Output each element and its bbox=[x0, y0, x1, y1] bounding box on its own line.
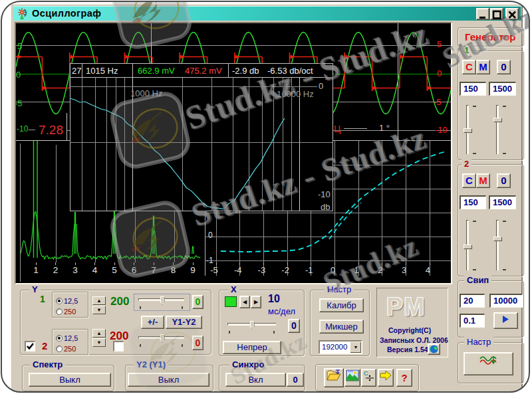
svg-text:4: 4 bbox=[92, 265, 98, 275]
svg-text:-5: -5 bbox=[210, 265, 218, 275]
svg-text:0: 0 bbox=[208, 231, 213, 240]
svg-text:-10: -10 bbox=[17, 124, 29, 134]
svg-text:475.2 mV: 475.2 mV bbox=[185, 66, 222, 76]
svg-text:-1: -1 bbox=[305, 265, 313, 275]
svg-text:3: 3 bbox=[72, 265, 78, 275]
svg-text:1015 Hz: 1015 Hz bbox=[86, 66, 118, 76]
svg-text:9: 9 bbox=[190, 265, 196, 275]
svg-text:0: 0 bbox=[16, 70, 21, 80]
svg-text:5: 5 bbox=[17, 41, 22, 51]
svg-text:-5: -5 bbox=[16, 98, 23, 108]
svg-text:0: 0 bbox=[437, 68, 442, 78]
svg-text:db: db bbox=[321, 202, 330, 212]
svg-text:-1: -1 bbox=[206, 256, 213, 265]
svg-text:-10: -10 bbox=[435, 125, 448, 135]
svg-text:-4: -4 bbox=[234, 265, 242, 275]
svg-text:662.9 mV: 662.9 mV bbox=[138, 66, 175, 76]
svg-text:2: 2 bbox=[53, 265, 59, 275]
svg-text:4: 4 bbox=[426, 265, 430, 275]
svg-text:Ц: Ц bbox=[334, 124, 341, 134]
svg-text:C: C bbox=[364, 370, 368, 377]
svg-text:27: 27 bbox=[72, 66, 81, 76]
svg-text:7.28: 7.28 bbox=[39, 123, 63, 137]
svg-text:1: 1 bbox=[33, 265, 39, 275]
svg-text:-3: -3 bbox=[258, 265, 266, 275]
svg-text:5: 5 bbox=[112, 265, 117, 275]
svg-text:-2: -2 bbox=[281, 265, 289, 275]
svg-text:-5: -5 bbox=[434, 97, 442, 107]
